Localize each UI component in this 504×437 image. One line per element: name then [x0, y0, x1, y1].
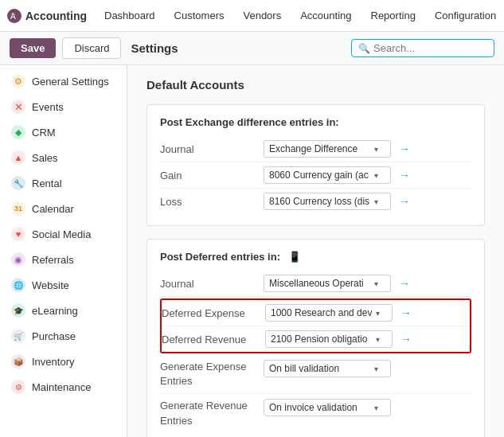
deferred-revenue-label: Deferred Revenue [162, 334, 265, 345]
search-input[interactable] [373, 42, 485, 54]
sidebar-label-calendar: Calendar [32, 203, 74, 215]
sidebar-label-events: Events [32, 101, 64, 113]
top-navigation: A Accounting Dashboard Customers Vendors… [0, 0, 504, 32]
discard-button[interactable]: Discard [62, 37, 121, 59]
deferred-expense-select[interactable]: 1000 Research and dev ▾ [265, 304, 393, 322]
exchange-journal-label: Journal [160, 143, 264, 155]
main-content: Default Accounts Post Exchange differenc… [127, 65, 504, 437]
sales-icon: ▲ [11, 150, 25, 165]
exchange-loss-link-icon[interactable]: → [399, 195, 410, 208]
toolbar: Save Discard Settings 🔍 [0, 32, 504, 65]
nav-accounting[interactable]: Accounting [292, 6, 359, 25]
exchange-loss-dropdown-icon: ▾ [374, 197, 378, 206]
app-logo: A Accounting [6, 8, 87, 24]
sidebar-label-purchase: Purchase [32, 330, 76, 342]
sidebar-item-general-settings[interactable]: ⚙ General Settings [0, 68, 127, 94]
sidebar: ⚙ General Settings ✕ Events ◆ CRM ▲ Sale… [0, 65, 127, 437]
nav-dashboard[interactable]: Dashboard [96, 6, 163, 25]
exchange-loss-value: 8160 Currency loss (dis ▾ → [264, 193, 471, 210]
generate-expense-row: Generate ExpenseEntries On bill validati… [160, 355, 471, 394]
deferred-journal-select[interactable]: Miscellaneous Operati ▾ [264, 275, 391, 292]
deferred-entries-section: Post Deferred entries in: 📱 Journal Misc… [147, 239, 485, 437]
highlighted-deferred-rows: Deferred Expense 1000 Research and dev ▾… [160, 298, 471, 353]
generate-expense-dropdown-icon: ▾ [374, 365, 378, 373]
deferred-expense-dropdown-icon: ▾ [376, 309, 380, 318]
nav-reporting[interactable]: Reporting [363, 6, 424, 25]
maintenance-icon: ⚙ [11, 380, 25, 394]
search-icon: 🔍 [358, 43, 370, 54]
rental-icon: 🔧 [11, 176, 25, 190]
sidebar-item-purchase[interactable]: 🛒 Purchase [0, 323, 127, 349]
sidebar-item-calendar[interactable]: 31 Calendar [0, 196, 127, 221]
exchange-loss-row: Loss 8160 Currency loss (dis ▾ → [160, 189, 471, 214]
save-button[interactable]: Save [10, 38, 56, 58]
exchange-journal-value: Exchange Difference ▾ → [264, 140, 471, 158]
exchange-gain-select[interactable]: 8060 Currency gain (ac ▾ [264, 166, 391, 184]
exchange-gain-row: Gain 8060 Currency gain (ac ▾ → [160, 162, 471, 189]
generate-revenue-select[interactable]: On invoice validation ▾ [264, 399, 391, 416]
exchange-journal-select[interactable]: Exchange Difference ▾ [264, 140, 391, 158]
exchange-journal-link-icon[interactable]: → [399, 142, 410, 155]
exchange-gain-label: Gain [160, 170, 264, 181]
generate-expense-label: Generate ExpenseEntries [160, 360, 264, 388]
sidebar-label-elearning: eLearning [32, 305, 78, 317]
sidebar-label-maintenance: Maintenance [32, 381, 91, 393]
deferred-journal-link-icon[interactable]: → [399, 277, 410, 290]
exchange-gain-link-icon[interactable]: → [399, 169, 410, 181]
sidebar-item-elearning[interactable]: 🎓 eLearning [0, 298, 127, 323]
inventory-icon: 📦 [11, 354, 25, 369]
calendar-icon: 31 [11, 201, 25, 216]
exchange-loss-select[interactable]: 8160 Currency loss (dis ▾ [264, 193, 391, 210]
page-title: Settings [131, 41, 345, 55]
sidebar-item-referrals[interactable]: ◉ Referrals [0, 247, 127, 272]
logo-icon: A [6, 8, 22, 24]
exchange-journal-dropdown-icon: ▾ [374, 145, 378, 154]
nav-customers[interactable]: Customers [166, 6, 232, 25]
exchange-gain-text: 8060 Currency gain (ac [269, 170, 373, 181]
svg-text:A: A [10, 12, 16, 21]
exchange-journal-row: Journal Exchange Difference ▾ → [160, 136, 471, 162]
generate-expense-select[interactable]: On bill validation ▾ [264, 360, 391, 377]
nav-configuration[interactable]: Configuration [427, 6, 504, 25]
generate-revenue-row: Generate RevenueEntries On invoice valid… [160, 394, 471, 432]
generate-revenue-value: On invoice validation ▾ [264, 399, 471, 416]
deferred-journal-dropdown-icon: ▾ [374, 279, 378, 288]
deferred-journal-label: Journal [160, 278, 264, 290]
sidebar-label-crm: CRM [32, 127, 56, 139]
deferred-revenue-link-icon[interactable]: → [400, 333, 412, 345]
generate-revenue-text: On invoice validation [269, 402, 373, 413]
sidebar-item-rental[interactable]: 🔧 Rental [0, 170, 127, 196]
deferred-revenue-text: 2100 Pension obligatio [271, 334, 374, 345]
deferred-expense-label: Deferred Expense [162, 307, 265, 319]
crm-icon: ◆ [11, 125, 25, 139]
sidebar-item-crm[interactable]: ◆ CRM [0, 119, 127, 145]
exchange-gain-value: 8060 Currency gain (ac ▾ → [264, 166, 471, 184]
sidebar-item-sales[interactable]: ▲ Sales [0, 145, 127, 170]
search-box: 🔍 [351, 39, 494, 57]
exchange-difference-section: Post Exchange difference entries in: Jou… [147, 104, 485, 226]
sidebar-label-website: Website [32, 279, 69, 291]
referrals-icon: ◉ [11, 252, 25, 267]
deferred-expense-value: 1000 Research and dev ▾ → [265, 304, 470, 322]
exchange-gain-dropdown-icon: ▾ [374, 171, 378, 180]
deferred-revenue-row: Deferred Revenue 2100 Pension obligatio … [162, 326, 470, 352]
sidebar-item-website[interactable]: 🌐 Website [0, 272, 127, 298]
logo-text: Accounting [25, 10, 87, 22]
events-icon: ✕ [11, 99, 25, 114]
deferred-expense-link-icon[interactable]: → [400, 306, 412, 319]
deferred-revenue-select[interactable]: 2100 Pension obligatio ▾ [265, 330, 393, 348]
sidebar-item-events[interactable]: ✕ Events [0, 94, 127, 119]
exchange-loss-label: Loss [160, 196, 264, 208]
nav-vendors[interactable]: Vendors [235, 6, 289, 25]
sidebar-item-social-media[interactable]: ♥ Social Media [0, 221, 127, 247]
deferred-expense-text: 1000 Research and dev [271, 307, 374, 318]
elearning-icon: 🎓 [11, 303, 25, 318]
deferred-journal-row: Journal Miscellaneous Operati ▾ → [160, 271, 471, 297]
main-layout: ⚙ General Settings ✕ Events ◆ CRM ▲ Sale… [0, 65, 504, 437]
exchange-journal-text: Exchange Difference [269, 143, 373, 154]
sidebar-label-sales: Sales [32, 152, 58, 164]
sidebar-item-inventory[interactable]: 📦 Inventory [0, 349, 127, 374]
sidebar-item-maintenance[interactable]: ⚙ Maintenance [0, 374, 127, 400]
exchange-loss-text: 8160 Currency loss (dis [269, 196, 373, 207]
sidebar-label-general-settings: General Settings [32, 76, 109, 88]
